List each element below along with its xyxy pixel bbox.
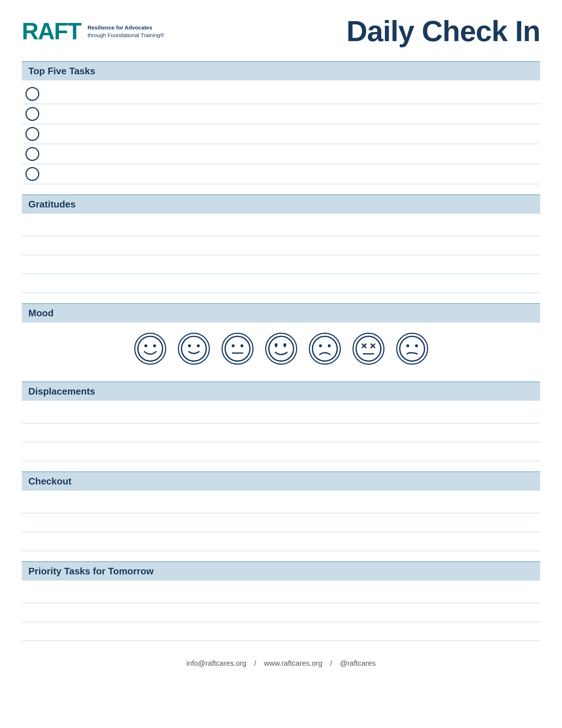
gratitudes-lines: [22, 214, 540, 293]
svg-point-11: [312, 336, 337, 361]
footer-separator-1: /: [254, 659, 256, 667]
logo-tagline: Resilience for Advocates through Foundat…: [88, 24, 164, 39]
page-title: Daily Check In: [346, 15, 540, 48]
svg-point-14: [356, 336, 381, 361]
task-checkbox-1[interactable]: [25, 87, 39, 101]
task-row-1[interactable]: [22, 84, 540, 104]
displacements-label: Displacements: [28, 386, 95, 397]
displacement-line-2[interactable]: [22, 423, 540, 442]
gratitudes-label: Gratitudes: [28, 199, 76, 210]
priority-tasks-tomorrow-section: Priority Tasks for Tomorrow: [22, 561, 540, 641]
mood-face-love[interactable]: [265, 333, 297, 365]
task-checkbox-5[interactable]: [25, 167, 39, 181]
priority-tasks-tomorrow-lines: [22, 581, 540, 641]
mood-header: Mood: [22, 303, 540, 323]
svg-point-2: [153, 344, 156, 347]
task-row-2[interactable]: [22, 104, 540, 124]
task-checkbox-3[interactable]: [25, 127, 39, 141]
svg-point-12: [319, 344, 322, 347]
displacements-section: Displacements: [22, 381, 540, 461]
mood-face-meh[interactable]: [396, 333, 428, 365]
checkout-label: Checkout: [28, 476, 71, 487]
gratitude-line-3[interactable]: [22, 255, 540, 274]
mood-face-dizzy[interactable]: [352, 333, 384, 365]
svg-point-6: [225, 336, 250, 361]
mood-face-sad[interactable]: [309, 333, 341, 365]
tagline-line1: Resilience for Advocates: [88, 24, 152, 31]
mood-face-neutral[interactable]: [222, 333, 254, 365]
priority-tasks-tomorrow-header: Priority Tasks for Tomorrow: [22, 561, 540, 581]
svg-point-21: [406, 344, 409, 347]
mood-face-happy[interactable]: [134, 333, 166, 365]
checkout-lines: [22, 491, 540, 551]
mood-face-smile[interactable]: [178, 333, 210, 365]
priority-task-tomorrow-line-2[interactable]: [22, 603, 540, 622]
priority-tasks-tomorrow-label: Priority Tasks for Tomorrow: [28, 566, 154, 577]
top-five-tasks-section: Top Five Tasks: [22, 61, 540, 184]
svg-point-5: [197, 344, 200, 347]
task-row-4[interactable]: [22, 144, 540, 164]
raft-logo: RAFT: [22, 20, 81, 43]
gratitude-line-2[interactable]: [22, 236, 540, 255]
footer-social: @raftcares: [340, 659, 376, 667]
gratitude-line-1[interactable]: [22, 217, 540, 236]
priority-task-tomorrow-line-3[interactable]: [22, 622, 540, 641]
svg-point-10: [269, 336, 294, 361]
svg-point-20: [400, 336, 425, 361]
svg-point-8: [240, 344, 243, 347]
checkout-section: Checkout: [22, 471, 540, 551]
task-row-3[interactable]: [22, 124, 540, 144]
top-five-tasks-lines: [22, 80, 540, 184]
gratitudes-header: Gratitudes: [22, 194, 540, 214]
mood-faces: [22, 323, 540, 371]
task-row-5[interactable]: [22, 164, 540, 184]
gratitude-line-4[interactable]: [22, 274, 540, 293]
tagline-line2: through Foundational Training®: [88, 32, 164, 38]
page-header: RAFT Resilience for Advocates through Fo…: [22, 15, 540, 48]
footer-separator-2: /: [330, 659, 332, 667]
displacement-line-1[interactable]: [22, 404, 540, 423]
footer-email: info@raftcares.org: [186, 659, 246, 667]
gratitudes-section: Gratitudes: [22, 194, 540, 293]
top-five-tasks-label: Top Five Tasks: [28, 66, 95, 76]
svg-point-4: [188, 344, 191, 347]
logo-area: RAFT Resilience for Advocates through Fo…: [22, 20, 164, 43]
footer-website: www.raftcares.org: [264, 659, 322, 667]
checkout-line-2[interactable]: [22, 513, 540, 532]
page-footer: info@raftcares.org / www.raftcares.org /…: [22, 659, 540, 668]
svg-point-0: [138, 336, 163, 361]
displacements-header: Displacements: [22, 381, 540, 401]
priority-task-tomorrow-line-1[interactable]: [22, 584, 540, 603]
mood-section: Mood: [22, 303, 540, 371]
top-five-tasks-header: Top Five Tasks: [22, 61, 540, 80]
svg-point-1: [144, 344, 147, 347]
task-checkbox-4[interactable]: [25, 147, 39, 161]
svg-point-3: [182, 336, 206, 361]
task-checkbox-2[interactable]: [25, 107, 39, 121]
svg-point-13: [328, 344, 331, 347]
checkout-header: Checkout: [22, 471, 540, 491]
displacement-line-3[interactable]: [22, 442, 540, 461]
displacements-lines: [22, 401, 540, 461]
svg-point-7: [232, 344, 235, 347]
mood-label: Mood: [28, 308, 53, 318]
checkout-line-3[interactable]: [22, 532, 540, 551]
checkout-line-1[interactable]: [22, 494, 540, 513]
svg-point-22: [415, 344, 418, 347]
